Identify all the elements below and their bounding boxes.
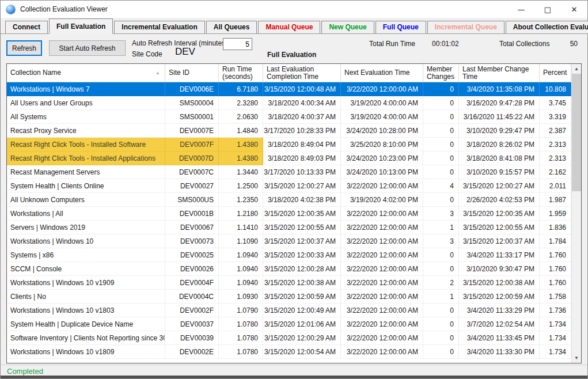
table-row[interactable]: Servers | Windows 2019DEV000671.14103/15… bbox=[7, 221, 571, 234]
table-row[interactable]: Software Inventory | Clients Not Reporti… bbox=[7, 331, 571, 345]
cell-member-changes: 1 bbox=[423, 221, 459, 234]
table-row[interactable]: Recast Right Click Tools - Installed Sof… bbox=[7, 138, 571, 151]
cell-site-id: DEV00026 bbox=[165, 262, 219, 276]
cell-run-time: 1.4380 bbox=[219, 151, 263, 165]
tab-incremental-queue[interactable]: Incremental Queue bbox=[427, 21, 504, 33]
column-header-collection-name[interactable]: Collection Name▲ bbox=[7, 64, 165, 82]
table-row[interactable]: Workstations | Windows 7DEV0006E6.71803/… bbox=[7, 82, 571, 96]
tab-all-queues[interactable]: All Queues bbox=[206, 21, 257, 33]
cell-collection-name: Workstations | All bbox=[7, 207, 165, 221]
tab-connect[interactable]: Connect bbox=[5, 21, 48, 33]
column-header-percent[interactable]: Percent bbox=[540, 64, 571, 82]
site-code-value: DEV bbox=[175, 46, 195, 58]
cell-member-changes: 0 bbox=[423, 96, 459, 110]
app-icon bbox=[6, 5, 16, 14]
cell-site-id: DEV00067 bbox=[165, 221, 219, 234]
status-bar: Completed bbox=[1, 365, 587, 377]
table-row[interactable]: Recast Management ServersDEV0007C1.34403… bbox=[7, 165, 571, 179]
cell-last-member-change-time: 3/15/2020 12:00:55 AM bbox=[459, 221, 540, 234]
column-header-run-time[interactable]: Run Time (seconds) bbox=[219, 64, 263, 82]
table-row[interactable]: SCCM | ConsoleDEV000261.09403/15/2020 12… bbox=[7, 262, 571, 276]
vertical-scrollbar[interactable]: ▲ ▼ bbox=[571, 64, 581, 363]
table-row[interactable]: Recast Right Click Tools - Installed App… bbox=[7, 151, 571, 165]
cell-collection-name: SCCM | Console bbox=[7, 262, 165, 276]
column-header-site-id[interactable]: Site ID bbox=[165, 64, 219, 82]
table-row[interactable]: Workstations | Windows 10 v1909DEV0004F1… bbox=[7, 276, 571, 290]
cell-site-id: DEV0001B bbox=[165, 207, 219, 221]
cell-collection-name: System Health | Clients Online bbox=[7, 179, 165, 193]
cell-percent: 3.319 bbox=[540, 110, 571, 124]
column-header-member-changes[interactable]: Member Changes bbox=[423, 64, 459, 82]
table-row[interactable]: Workstations | AllDEV0001B1.21803/15/202… bbox=[7, 207, 571, 221]
cell-site-id: SMS000US bbox=[165, 193, 219, 207]
cell-last-member-change-time: 3/4/2020 11:33:29 PM bbox=[459, 304, 540, 317]
cell-percent: 2.313 bbox=[540, 151, 571, 165]
close-button[interactable]: ✕ bbox=[561, 1, 587, 18]
scrollbar-thumb[interactable] bbox=[572, 74, 581, 191]
cell-site-id: DEV0006E bbox=[165, 82, 219, 96]
maximize-button[interactable]: □ bbox=[534, 1, 561, 18]
table-row[interactable]: All SystemsSMS000012.06303/18/2020 4:00:… bbox=[7, 110, 571, 124]
tab-full-evaluation[interactable]: Full Evaluation bbox=[49, 18, 113, 34]
cell-percent: 1.736 bbox=[540, 304, 571, 317]
cell-site-id: SMS00004 bbox=[165, 96, 219, 110]
tab-manual-queue[interactable]: Manual Queue bbox=[258, 21, 320, 33]
cell-member-changes: 0 bbox=[423, 124, 459, 138]
total-run-time-value: 00:01:02 bbox=[432, 40, 459, 48]
tab-about-collection-evaluation[interactable]: About Collection Evaluation bbox=[506, 21, 588, 33]
cell-last-evaluation-completion-time: 3/18/2020 4:00:34 AM bbox=[263, 96, 341, 110]
grid-main: Collection Name▲Site IDRun Time (seconds… bbox=[7, 64, 571, 363]
cell-run-time: 1.0940 bbox=[219, 262, 263, 276]
table-row[interactable]: Workstations | Windows 10 v1803DEV0002F1… bbox=[7, 304, 571, 317]
tab-full-queue[interactable]: Full Queue bbox=[375, 21, 426, 33]
cell-run-time: 1.4840 bbox=[219, 124, 263, 138]
column-header-last-evaluation-completion-time[interactable]: Last Evaluation Completion Time bbox=[263, 64, 341, 82]
minimize-button[interactable]: — bbox=[508, 1, 534, 18]
window-title: Collection Evaluation Viewer bbox=[20, 5, 108, 13]
column-header-label: Next Evaluation Time bbox=[344, 69, 409, 77]
scroll-up-icon[interactable]: ▲ bbox=[572, 64, 581, 74]
cell-next-evaluation-time: 3/22/2020 12:00:00 AM bbox=[341, 262, 423, 276]
table-row[interactable]: Clients | NoDEV0004C1.09303/15/2020 12:0… bbox=[7, 290, 571, 304]
cell-next-evaluation-time: 3/22/2020 12:00:00 AM bbox=[341, 331, 423, 345]
cell-site-id: DEV00037 bbox=[165, 317, 219, 331]
cell-last-member-change-time: 3/16/2020 11:45:22 AM bbox=[459, 110, 540, 124]
refresh-button[interactable]: Refresh bbox=[6, 40, 42, 56]
cell-next-evaluation-time: 3/24/2020 10:28:00 PM bbox=[341, 124, 423, 138]
cell-last-member-change-time: 2/26/2020 4:02:53 PM bbox=[459, 193, 540, 207]
cell-run-time: 1.0780 bbox=[219, 331, 263, 345]
table-row[interactable]: All Unknown ComputersSMS000US1.23503/18/… bbox=[7, 193, 571, 207]
table-row[interactable]: System Health | Clients OnlineDEV000271.… bbox=[7, 179, 571, 193]
cell-last-evaluation-completion-time: 3/15/2020 12:00:54 AM bbox=[263, 345, 341, 359]
table-row[interactable]: Systems | x86DEV000251.09403/15/2020 12:… bbox=[7, 248, 571, 262]
cell-member-changes: 0 bbox=[423, 262, 459, 276]
scroll-down-icon[interactable]: ▼ bbox=[572, 353, 581, 363]
table-row[interactable]: All Users and User GroupsSMS000042.32803… bbox=[7, 96, 571, 110]
cell-last-member-change-time: 3/15/2020 12:00:59 AM bbox=[459, 290, 540, 304]
table-row[interactable]: Workstations | Windows 10 v1809DEV0002E1… bbox=[7, 345, 571, 359]
column-header-last-member-change-time[interactable]: Last Member Change Time bbox=[459, 64, 540, 82]
cell-percent: 1.760 bbox=[540, 276, 571, 290]
cell-next-evaluation-time: 3/22/2020 12:00:00 AM bbox=[341, 179, 423, 193]
start-auto-refresh-button[interactable]: Start Auto Refresh bbox=[49, 40, 126, 56]
cell-run-time: 1.3440 bbox=[219, 165, 263, 179]
auto-refresh-interval-input[interactable] bbox=[223, 38, 252, 50]
column-header-label: Collection Name bbox=[10, 69, 61, 77]
cell-last-evaluation-completion-time: 3/18/2020 4:02:38 PM bbox=[263, 193, 341, 207]
table-row[interactable]: Recast Proxy ServiceDEV0007E1.48403/17/2… bbox=[7, 124, 571, 138]
cell-last-evaluation-completion-time: 3/15/2020 12:00:33 AM bbox=[263, 248, 341, 262]
scrollbar-track[interactable] bbox=[572, 74, 581, 353]
cell-run-time: 1.2500 bbox=[219, 179, 263, 193]
tab-incremental-evaluation[interactable]: Incremental Evaluation bbox=[114, 21, 204, 33]
cell-collection-name: Workstations | Windows 10 bbox=[7, 234, 165, 248]
cell-collection-name: Recast Right Click Tools - Installed App… bbox=[7, 151, 165, 165]
table-row[interactable]: System Health | Duplicate Device NameDEV… bbox=[7, 317, 571, 331]
tab-new-queue[interactable]: New Queue bbox=[321, 21, 374, 33]
cell-last-member-change-time: 3/15/2020 12:00:38 AM bbox=[459, 276, 540, 290]
cell-member-changes: 0 bbox=[423, 193, 459, 207]
cell-site-id: DEV00039 bbox=[165, 331, 219, 345]
cell-last-evaluation-completion-time: 3/15/2020 12:00:49 AM bbox=[263, 304, 341, 317]
table-row[interactable]: Workstations | Windows 10DEV000731.10903… bbox=[7, 234, 571, 248]
column-header-next-evaluation-time[interactable]: Next Evaluation Time bbox=[341, 64, 423, 82]
sort-ascending-icon: ▲ bbox=[155, 69, 160, 77]
